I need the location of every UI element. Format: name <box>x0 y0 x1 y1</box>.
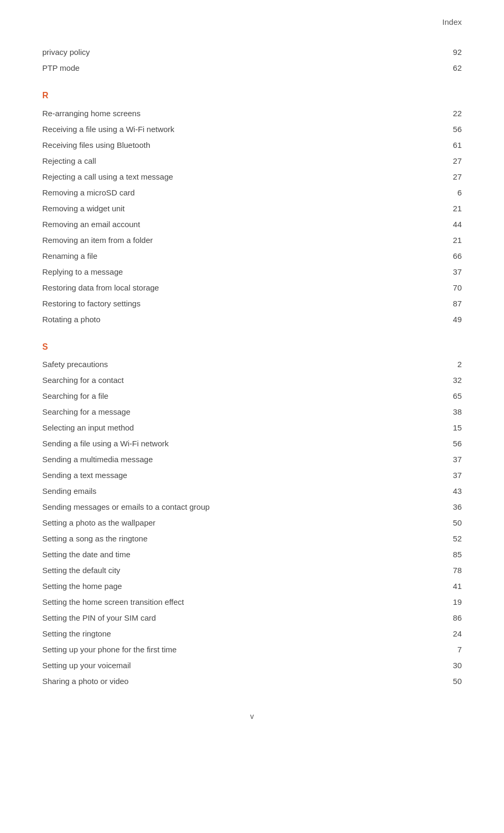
entry-page: 36 <box>441 501 462 513</box>
entry-label: Receiving a file using a Wi-Fi network <box>42 123 441 136</box>
entry-label: Rejecting a call <box>42 155 441 167</box>
page-number: v <box>250 712 254 720</box>
list-item: Searching for a contact 32 <box>42 372 462 388</box>
entry-label: Sharing a photo or video <box>42 675 441 688</box>
entry-label: Searching for a message <box>42 406 441 418</box>
list-item: Removing a widget unit 21 <box>42 201 462 217</box>
entry-page: 56 <box>441 437 462 450</box>
entry-page: 61 <box>441 139 462 152</box>
entry-label: Renaming a file <box>42 250 441 263</box>
section-p: privacy policy 92 PTP mode 62 <box>42 44 462 76</box>
entry-label: Sending emails <box>42 485 441 498</box>
section-letter-r: R <box>42 89 462 102</box>
list-item: Renaming a file 66 <box>42 248 462 264</box>
entry-label: Restoring to factory settings <box>42 297 441 310</box>
entry-label: Setting a photo as the wallpaper <box>42 517 441 529</box>
list-item: Removing an email account 44 <box>42 217 462 232</box>
entry-label: Setting a song as the ringtone <box>42 532 441 545</box>
entry-label: Re-arranging home screens <box>42 107 441 120</box>
entry-page: 37 <box>441 469 462 482</box>
entry-label: Searching for a file <box>42 390 441 403</box>
entry-label: Setting the PIN of your SIM card <box>42 612 441 624</box>
entry-label: Setting the ringtone <box>42 628 441 640</box>
entry-page: 19 <box>441 596 462 609</box>
entry-label: privacy policy <box>42 46 441 59</box>
entry-page: 41 <box>441 580 462 593</box>
entry-page: 27 <box>441 171 462 183</box>
entry-page: 78 <box>441 564 462 577</box>
entry-page: 6 <box>441 186 462 199</box>
entry-label: Safety precautions <box>42 358 441 371</box>
entry-page: 21 <box>441 202 462 215</box>
list-item: Setting up your voicemail 30 <box>42 658 462 673</box>
entry-label: Removing a microSD card <box>42 186 441 199</box>
entry-page: 24 <box>441 628 462 640</box>
list-item: Sending emails 43 <box>42 483 462 499</box>
list-item: Re-arranging home screens 22 <box>42 106 462 121</box>
entry-label: Rotating a photo <box>42 313 441 326</box>
entry-label: Sending a file using a Wi-Fi network <box>42 437 441 450</box>
list-item: Setting the PIN of your SIM card 86 <box>42 610 462 626</box>
page-header: Index <box>42 16 462 29</box>
entry-page: 32 <box>441 374 462 387</box>
list-item: Setting the default city 78 <box>42 563 462 578</box>
list-item: Removing a microSD card 6 <box>42 185 462 201</box>
list-item: Setting up your phone for the first time… <box>42 642 462 658</box>
list-item: Sending a multimedia message 37 <box>42 452 462 467</box>
entry-page: 65 <box>441 390 462 403</box>
entry-page: 49 <box>441 313 462 326</box>
entry-label: Sending messages or emails to a contact … <box>42 501 441 513</box>
entry-label: Removing a widget unit <box>42 202 441 215</box>
entry-label: Setting the home page <box>42 580 441 593</box>
entry-page: 87 <box>441 297 462 310</box>
section-s: S Safety precautions 2 Searching for a c… <box>42 340 462 690</box>
entry-page: 56 <box>441 123 462 136</box>
entry-page: 21 <box>441 234 462 247</box>
entry-page: 70 <box>441 282 462 294</box>
entry-label: Removing an item from a folder <box>42 234 441 247</box>
list-item: PTP mode 62 <box>42 60 462 76</box>
entry-label: Setting up your voicemail <box>42 659 441 672</box>
entry-label: Searching for a contact <box>42 374 441 387</box>
list-item: Setting the ringtone 24 <box>42 626 462 642</box>
entry-label: Restoring data from local storage <box>42 282 441 294</box>
list-item: Restoring to factory settings 87 <box>42 296 462 312</box>
section-r: R Re-arranging home screens 22 Receiving… <box>42 89 462 327</box>
list-item: Sending a text message 37 <box>42 467 462 483</box>
entry-page: 2 <box>441 358 462 371</box>
list-item: Setting a photo as the wallpaper 50 <box>42 515 462 531</box>
list-item: Searching for a file 65 <box>42 388 462 404</box>
entry-page: 85 <box>441 548 462 561</box>
index-content: privacy policy 92 PTP mode 62 R Re-arran… <box>42 44 462 689</box>
list-item: Setting the date and time 85 <box>42 547 462 563</box>
entry-page: 27 <box>441 155 462 167</box>
entry-label: PTP mode <box>42 62 441 74</box>
list-item: Setting the home screen transition effec… <box>42 594 462 610</box>
entry-label: Setting up your phone for the first time <box>42 643 441 656</box>
entry-page: 86 <box>441 612 462 624</box>
entry-page: 30 <box>441 659 462 672</box>
list-item: Rejecting a call using a text message 27 <box>42 169 462 185</box>
entry-label: Replying to a message <box>42 266 441 278</box>
entry-page: 38 <box>441 406 462 418</box>
entry-label: Removing an email account <box>42 218 441 231</box>
entry-label: Selecting an input method <box>42 422 441 434</box>
entry-page: 37 <box>441 266 462 278</box>
section-letter-s: S <box>42 340 462 354</box>
list-item: Sending messages or emails to a contact … <box>42 499 462 515</box>
list-item: Setting a song as the ringtone 52 <box>42 531 462 547</box>
entry-label: Receiving files using Bluetooth <box>42 139 441 152</box>
entry-page: 7 <box>441 643 462 656</box>
list-item: Receiving a file using a Wi-Fi network 5… <box>42 121 462 137</box>
entry-page: 50 <box>441 675 462 688</box>
list-item: Selecting an input method 15 <box>42 420 462 436</box>
list-item: Setting the home page 41 <box>42 578 462 594</box>
page-footer: v <box>42 710 462 722</box>
entry-page: 44 <box>441 218 462 231</box>
list-item: Restoring data from local storage 70 <box>42 280 462 296</box>
entry-page: 22 <box>441 107 462 120</box>
entry-page: 37 <box>441 453 462 466</box>
list-item: Sending a file using a Wi-Fi network 56 <box>42 436 462 452</box>
entry-page: 50 <box>441 517 462 529</box>
entry-label: Sending a text message <box>42 469 441 482</box>
